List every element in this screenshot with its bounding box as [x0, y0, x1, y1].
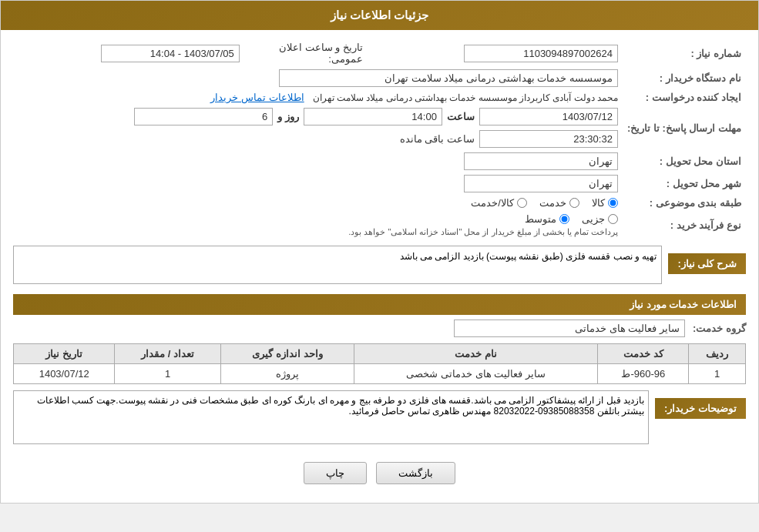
sharh-section: شرح کلی نیاز: [13, 246, 746, 286]
shomareNiaz-label: شماره نیاز : [623, 39, 746, 67]
grohe-box: سایر فعالیت های خدماتی [454, 320, 685, 337]
shahr-box: تهران [464, 175, 618, 192]
etelaat-link[interactable]: اطلاعات تماس خریدار [210, 92, 304, 103]
radio-motavaset[interactable]: متوسط [525, 213, 569, 225]
tarikhElan-label: تاریخ و ساعت اعلان عمومی: [244, 39, 368, 67]
grohe-row: گروه خدمت: سایر فعالیت های خدماتی [13, 320, 746, 337]
chap-button[interactable]: چاپ [304, 462, 367, 484]
radio-jozi-label: جزیی [582, 213, 605, 225]
tozi-section: توضیحات خریدار: [13, 390, 746, 447]
grohe-label: گروه خدمت: [693, 323, 746, 334]
info-table: شماره نیاز : 1103094897002624 تاریخ و سا… [13, 39, 746, 239]
mohlat-label: مهلت ارسال پاسخ: تا تاریخ: [623, 105, 746, 150]
radio-kala[interactable]: کالا [592, 197, 618, 209]
page-wrapper: جزئیات اطلاعات نیاز شماره نیاز : 1103094… [0, 0, 759, 504]
tozi-textarea[interactable] [13, 390, 649, 444]
mohlat-date: 1403/07/12 [479, 108, 618, 125]
radio-khedmat-input[interactable] [569, 198, 579, 208]
ijadKonande-value: محمد دولت آبادی کاربرداز موسسسه خدمات به… [13, 89, 623, 105]
cell-radif: 1 [689, 364, 746, 384]
cell-nam: سایر فعالیت های خدماتی شخصی [354, 364, 598, 384]
tarikhElan-value: 1403/07/05 - 14:04 [13, 39, 244, 67]
page-title: جزئیات اطلاعات نیاز [331, 8, 428, 22]
cell-vahed: پروژه [220, 364, 354, 384]
col-kod: کد خدمت [598, 344, 689, 364]
col-nam: نام خدمت [354, 344, 598, 364]
mohlat-saat-label: ساعت [447, 111, 475, 122]
shomareNiaz-value: 1103094897002624 [368, 39, 623, 67]
ostan-box: تهران [464, 152, 618, 170]
shahr-label: شهر محل تحویل : [623, 172, 746, 195]
noeFarayand-row: جزیی متوسط پرداخت تمام یا بخشی از مبلغ خ… [13, 211, 623, 239]
col-radif: ردیف [689, 344, 746, 364]
sharh-wrapper [13, 246, 662, 286]
radio-jozi[interactable]: جزیی [582, 213, 618, 225]
radio-kala-khedmat[interactable]: کالا/خدمت [471, 197, 527, 209]
mohlat-row: 1403/07/12 ساعت 14:00 روز و 6 23:30:32 س… [13, 105, 623, 150]
mohlat-saat-val: 23:30:32 [479, 130, 618, 148]
namDastgah-label: نام دستگاه خریدار : [623, 67, 746, 89]
cell-tarikh: 1403/07/12 [14, 364, 115, 384]
tabaqe-label: طبقه بندی موضوعی : [623, 195, 746, 211]
service-section-title: اطلاعات خدمات مورد نیاز [13, 294, 746, 315]
ijadKonande-text: محمد دولت آبادی کاربرداز موسسسه خدمات به… [313, 92, 618, 103]
radio-kala-input[interactable] [608, 198, 618, 208]
bazgasht-button[interactable]: بازگشت [376, 462, 455, 484]
table-header-row: ردیف کد خدمت نام خدمت واحد اندازه گیری ت… [14, 344, 746, 364]
radio-motavaset-input[interactable] [559, 214, 569, 224]
page-header: جزئیات اطلاعات نیاز [1, 1, 758, 30]
namDastgah-box: موسسسه خدمات بهداشتی درمانی میلاد سلامت … [279, 69, 618, 87]
tozi-label: توضیحات خریدار: [655, 398, 746, 419]
tabaqe-row: کالا خدمت کالا/خدمت [13, 195, 623, 211]
ostan-label: استان محل تحویل : [623, 150, 746, 172]
radio-kala-khedmat-label: کالا/خدمت [471, 197, 514, 209]
main-content: شماره نیاز : 1103094897002624 تاریخ و سا… [1, 30, 758, 503]
tarikhElan-box: 1403/07/05 - 14:04 [101, 45, 240, 62]
ostan-value: تهران [13, 150, 623, 172]
radio-kala-label: کالا [592, 197, 605, 209]
ijadKonande-label: ایجاد کننده درخواست : [623, 89, 746, 105]
mohlat-remaining: ساعت باقی مانده [400, 133, 475, 145]
shahr-value: تهران [13, 172, 623, 195]
sharh-title: شرح کلی نیاز: [668, 253, 746, 274]
mohlat-time: 14:00 [304, 108, 442, 125]
shomareNiaz-box: 1103094897002624 [464, 45, 618, 62]
col-tedad: تعداد / مقدار [115, 344, 220, 364]
radio-khedmat[interactable]: خدمت [539, 197, 579, 209]
footer-buttons: بازگشت چاپ [13, 453, 746, 494]
cell-kod: 960-96-ط [598, 364, 689, 384]
mohlat-roz-label: روز و [277, 111, 299, 122]
radio-khedmat-label: خدمت [539, 197, 566, 209]
sharh-textarea[interactable] [13, 246, 662, 284]
radio-kala-khedmat-input[interactable] [517, 198, 527, 208]
service-table: ردیف کد خدمت نام خدمت واحد اندازه گیری ت… [13, 343, 746, 384]
radio-jozi-input[interactable] [608, 214, 618, 224]
farayand-note: پرداخت تمام یا بخشی از مبلغ خریدار از مح… [18, 227, 618, 237]
namDastgah-value: موسسسه خدمات بهداشتی درمانی میلاد سلامت … [13, 67, 623, 89]
mohlat-roz: 6 [134, 108, 273, 125]
col-tarikh: تاریخ نیاز [14, 344, 115, 364]
radio-motavaset-label: متوسط [525, 213, 556, 225]
noeFarayand-label: نوع فرآیند خرید : [623, 211, 746, 239]
table-row: 1 960-96-ط سایر فعالیت های خدماتی شخصی پ… [14, 364, 746, 384]
tozi-wrapper [13, 390, 649, 447]
col-vahed: واحد اندازه گیری [220, 344, 354, 364]
cell-tedad: 1 [115, 364, 220, 384]
